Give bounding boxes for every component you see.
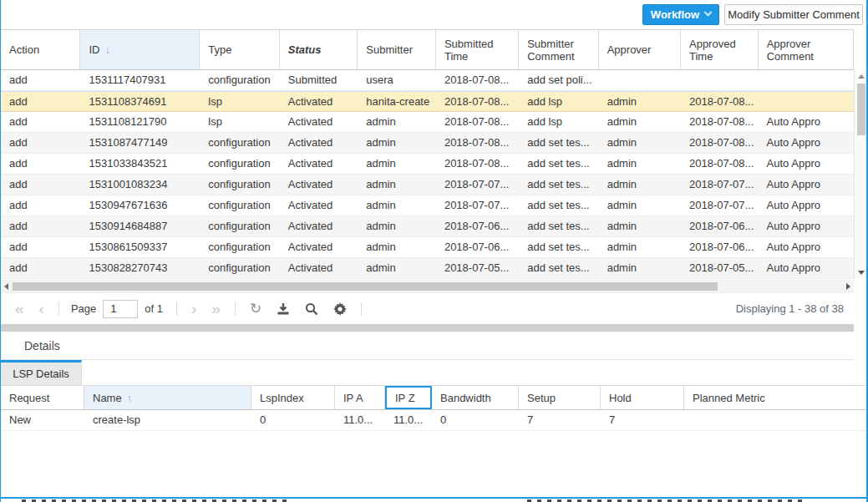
table-cell[interactable]: add <box>1 195 80 216</box>
column-header-type[interactable]: Type <box>200 30 279 69</box>
table-cell[interactable]: Activated <box>280 195 358 216</box>
column-header-submitted-time[interactable]: Submitted Time <box>436 30 519 69</box>
table-cell[interactable]: 2018-07-07... <box>681 175 759 195</box>
table-cell[interactable]: 1530861509337 <box>80 237 200 257</box>
table-cell[interactable]: Auto Appro <box>759 258 854 278</box>
table-row[interactable]: add1530914684887configurationActivatedad… <box>1 216 854 237</box>
table-cell[interactable]: 1531108374691 <box>80 92 200 111</box>
table-cell[interactable]: add <box>1 237 80 257</box>
table-cell[interactable]: Auto Appro <box>759 175 854 195</box>
table-cell[interactable]: add <box>1 154 80 174</box>
search-icon[interactable] <box>305 302 318 316</box>
table-cell[interactable]: Auto Appro <box>759 216 854 236</box>
table-cell[interactable]: admin <box>358 133 436 153</box>
table-cell[interactable]: 2018-07-07... <box>681 195 759 216</box>
panel-splitter[interactable] <box>1 324 854 332</box>
table-cell[interactable]: add set tes... <box>519 133 598 153</box>
first-page-button[interactable]: « <box>8 297 32 322</box>
table-cell[interactable]: admin <box>599 112 681 132</box>
table-cell[interactable]: admin <box>599 258 681 278</box>
table-cell[interactable]: Activated <box>280 258 358 278</box>
column-header-approved-time[interactable]: Approved Time <box>681 30 759 69</box>
table-cell[interactable]: Activated <box>280 216 358 236</box>
table-cell[interactable]: admin <box>358 175 436 195</box>
table-cell[interactable]: 2018-07-07... <box>436 195 519 216</box>
table-cell[interactable]: 1531033843521 <box>80 154 200 174</box>
table-cell[interactable]: 2018-07-08... <box>681 92 759 111</box>
column-header-approver[interactable]: Approver <box>599 30 681 69</box>
table-cell[interactable]: add <box>1 70 80 90</box>
column-header-status[interactable]: Status <box>280 30 358 69</box>
column-header-setup[interactable]: Setup <box>519 386 601 409</box>
table-cell[interactable]: admin <box>358 237 436 257</box>
table-row[interactable]: add1530861509337configurationActivatedad… <box>1 237 854 258</box>
table-cell[interactable]: Activated <box>280 154 358 174</box>
table-cell[interactable]: configuration <box>200 154 279 174</box>
column-header-hold[interactable]: Hold <box>601 386 684 409</box>
workflow-button[interactable]: Workflow <box>642 4 719 25</box>
table-row[interactable]: add1530828270743configurationActivatedad… <box>1 258 854 279</box>
table-cell[interactable]: 11.0... <box>385 410 432 430</box>
table-cell[interactable]: add set tes... <box>519 216 598 236</box>
table-cell[interactable] <box>759 92 854 111</box>
column-header-approver-comment[interactable]: Approver Comment <box>759 30 854 69</box>
column-header-ip-a[interactable]: IP A <box>335 386 385 409</box>
table-cell[interactable]: Activated <box>280 237 358 257</box>
table-cell[interactable]: Submitted <box>280 70 358 90</box>
table-cell[interactable]: 2018-07-07... <box>436 175 519 195</box>
table-cell[interactable]: usera <box>358 70 436 90</box>
table-cell[interactable]: Activated <box>280 133 358 153</box>
table-cell[interactable]: 1530914684887 <box>80 216 200 236</box>
table-cell[interactable]: configuration <box>200 258 279 278</box>
table-cell[interactable]: Auto Appro <box>759 133 854 153</box>
table-cell[interactable]: admin <box>358 154 436 174</box>
prev-page-button[interactable]: ‹ <box>32 297 52 322</box>
column-header-lspindex[interactable]: LspIndex <box>251 386 335 409</box>
table-cell[interactable]: Activated <box>280 92 358 111</box>
table-cell[interactable]: configuration <box>200 175 279 195</box>
table-cell[interactable]: lsp <box>200 92 279 111</box>
table-cell[interactable] <box>759 70 854 90</box>
table-cell[interactable]: add <box>1 258 80 278</box>
table-cell[interactable]: add set tes... <box>519 154 598 174</box>
column-header-id[interactable]: ID↓ <box>80 30 200 69</box>
table-cell[interactable]: add set tes... <box>519 237 598 257</box>
column-header-bandwidth[interactable]: Bandwidth <box>432 386 519 409</box>
table-cell[interactable]: configuration <box>200 195 279 216</box>
table-cell[interactable]: add lsp <box>519 92 598 111</box>
table-cell[interactable]: add set tes... <box>519 258 598 278</box>
table-cell[interactable]: 2018-07-05... <box>681 258 759 278</box>
table-cell[interactable]: add set tes... <box>519 195 598 216</box>
table-cell[interactable]: Activated <box>280 175 358 195</box>
table-cell[interactable]: add set tes... <box>519 175 598 195</box>
table-cell[interactable]: 2018-07-06... <box>681 216 759 236</box>
table-cell[interactable]: configuration <box>200 216 279 236</box>
column-header-submitter[interactable]: Submitter <box>358 30 436 69</box>
table-cell[interactable]: admin <box>599 154 681 174</box>
column-header-action[interactable]: Action <box>1 30 80 69</box>
table-cell[interactable] <box>599 70 681 90</box>
table-cell[interactable]: Activated <box>280 112 358 132</box>
table-cell[interactable]: add <box>1 216 80 236</box>
table-cell[interactable]: admin <box>599 175 681 195</box>
table-cell[interactable]: admin <box>599 92 681 111</box>
page-number-input[interactable] <box>103 300 138 318</box>
horizontal-scrollbar[interactable] <box>1 280 854 293</box>
horizontal-scrollbar-thumb[interactable] <box>13 282 718 291</box>
table-cell[interactable]: 2018-07-08... <box>681 112 759 132</box>
table-cell[interactable]: add <box>1 175 80 195</box>
table-cell[interactable]: 7 <box>601 410 684 430</box>
table-cell[interactable]: 7 <box>519 410 601 430</box>
table-cell[interactable]: admin <box>599 133 681 153</box>
table-row[interactable]: add1531108121790lspActivatedadmin2018-07… <box>1 112 854 133</box>
table-row[interactable]: Newcreate-lsp011.0...11.0...077 <box>1 410 868 431</box>
table-cell[interactable]: admin <box>599 237 681 257</box>
table-cell[interactable]: New <box>1 410 84 430</box>
table-cell[interactable]: 2018-07-08... <box>436 70 519 90</box>
next-page-button[interactable]: › <box>184 297 204 322</box>
vertical-scrollbar-thumb[interactable] <box>857 84 865 135</box>
table-cell[interactable]: 2018-07-05... <box>436 258 519 278</box>
vertical-scrollbar[interactable] <box>854 70 867 279</box>
table-row[interactable]: add1531117407931configurationSubmittedus… <box>1 70 854 91</box>
table-cell[interactable]: add lsp <box>519 112 598 132</box>
